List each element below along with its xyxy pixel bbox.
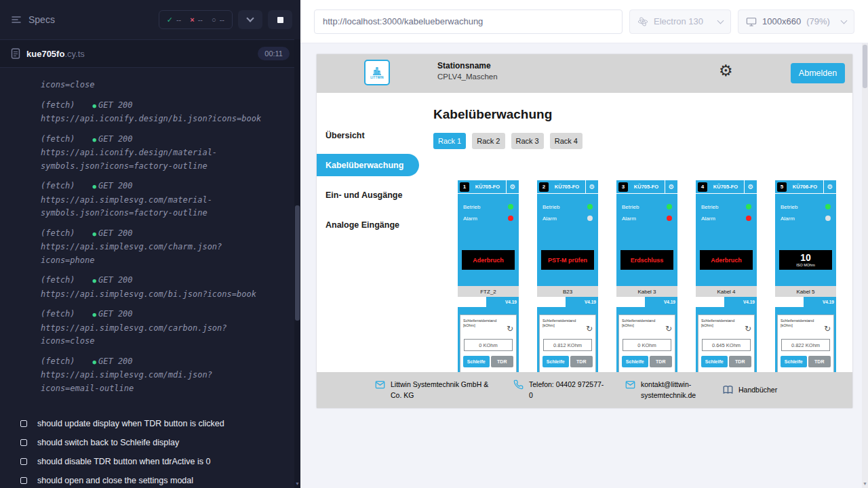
sidebar-item-uebersicht[interactable]: Übersicht bbox=[317, 124, 419, 146]
network-log-entry[interactable]: (fetch) ● GET 200 https://api.iconify.de… bbox=[41, 133, 269, 174]
page-scrollbar-thumb[interactable] bbox=[863, 45, 867, 88]
browser-selector[interactable]: Electron 130 bbox=[629, 9, 731, 34]
app-under-test: LITTWIN Stationsname CPLV4_Maschen ⚙ Abm… bbox=[317, 54, 852, 408]
device-card-header: 2 KÜ705-FO ⚙ bbox=[537, 180, 598, 194]
viewport-selector[interactable]: 1000x660 (79%) bbox=[738, 9, 854, 34]
test-item[interactable]: should disable TDR button when tdrActive… bbox=[20, 452, 292, 471]
meter-value: 0 KOhm bbox=[623, 339, 671, 351]
device-settings-button[interactable]: ⚙ bbox=[506, 180, 519, 193]
refresh-icon[interactable]: ↻ bbox=[665, 325, 672, 333]
tdr-button[interactable]: TDR bbox=[729, 356, 751, 367]
tdr-button[interactable]: TDR bbox=[570, 356, 593, 367]
station-info: Stationsname CPLV4_Maschen bbox=[437, 61, 498, 81]
device-settings-button[interactable]: ⚙ bbox=[744, 180, 757, 193]
logout-button[interactable]: Abmelden bbox=[791, 63, 845, 83]
sidebar-item-analoge-eingaenge[interactable]: Analoge Eingänge bbox=[317, 214, 419, 236]
logo-mark-icon bbox=[372, 66, 382, 75]
tab-rack-1[interactable]: Rack 1 bbox=[433, 133, 466, 149]
footer-email[interactable]: kontakt@littwin-systemtechnik.de bbox=[625, 380, 705, 400]
alarm-label: Alarm bbox=[542, 216, 557, 222]
tdr-button[interactable]: TDR bbox=[808, 356, 831, 367]
runner-scrollbar[interactable]: ▼ bbox=[294, 39, 300, 488]
status-dot-icon: ● bbox=[93, 356, 96, 369]
device-model: KÜ705-FO bbox=[628, 184, 665, 190]
device-settings-button[interactable]: ⚙ bbox=[585, 180, 598, 193]
network-log-entry[interactable]: (fetch) ● GET 200 https://api.iconify.de… bbox=[41, 99, 269, 126]
stop-tests-button[interactable] bbox=[268, 10, 292, 29]
schleife-button[interactable]: Schleife bbox=[701, 356, 728, 367]
meter-label: Schleifenwiderstand [kOhm] bbox=[622, 319, 672, 328]
log-status: GET 200 bbox=[98, 227, 133, 241]
spec-file-row[interactable]: kue705fo.cy.ts 00:11 bbox=[0, 39, 300, 68]
status-text: Erdschluss bbox=[631, 257, 664, 264]
specs-menu-icon[interactable] bbox=[11, 14, 22, 25]
tab-rack-3[interactable]: Rack 3 bbox=[511, 133, 544, 149]
log-event-type: (fetch) bbox=[41, 180, 75, 193]
network-log-entry[interactable]: (fetch) ● GET 200 https://api.simplesvg.… bbox=[41, 180, 269, 220]
test-item[interactable]: should switch back to Schleife display bbox=[20, 433, 292, 452]
led-panel: Betrieb Alarm bbox=[775, 194, 836, 222]
schleife-button[interactable]: Schleife bbox=[622, 356, 648, 367]
refresh-icon[interactable]: ↻ bbox=[586, 325, 593, 333]
version-row: V4.19 bbox=[458, 297, 519, 307]
refresh-icon[interactable]: ↻ bbox=[745, 325, 751, 333]
network-log-entry[interactable]: (fetch) ● GET 200 https://api.simplesvg.… bbox=[41, 355, 269, 396]
schleife-button[interactable]: Schleife bbox=[542, 356, 569, 367]
chevron-down-icon bbox=[246, 14, 254, 22]
url-bar bbox=[314, 9, 623, 34]
log-event-type: (fetch) bbox=[41, 274, 75, 287]
test-title: should switch back to Schleife display bbox=[37, 438, 179, 447]
network-log-entry[interactable]: (fetch) ● GET 200 https://api.simplesvg.… bbox=[41, 274, 269, 301]
alarm-led-icon bbox=[746, 216, 751, 221]
scroll-down-arrow-icon[interactable]: ▼ bbox=[294, 481, 300, 486]
viewport-size: 1000x660 bbox=[762, 16, 801, 26]
log-event-type: (fetch) bbox=[41, 133, 75, 146]
url-input[interactable] bbox=[323, 16, 614, 26]
test-list: should update display when TDR button is… bbox=[0, 406, 300, 488]
test-checkbox-icon bbox=[20, 477, 27, 484]
betrieb-led-icon bbox=[667, 204, 672, 209]
indicator-box bbox=[537, 297, 566, 307]
betrieb-led-icon bbox=[587, 204, 593, 209]
device-settings-button[interactable]: ⚙ bbox=[823, 180, 836, 193]
stat-pending: ○-- bbox=[212, 16, 224, 24]
status-dot-icon: ● bbox=[93, 100, 96, 113]
network-log-entry[interactable]: icons=close bbox=[41, 79, 269, 92]
device-number: 1 bbox=[460, 182, 469, 192]
device-model: KÜ705-FO bbox=[549, 184, 585, 190]
cable-name: B23 bbox=[537, 286, 598, 297]
refresh-icon[interactable]: ↻ bbox=[824, 325, 831, 333]
littwin-logo: LITTWIN bbox=[364, 60, 390, 85]
footer-phone[interactable]: Telefon: 04402 972577-0 bbox=[513, 380, 608, 400]
collapse-runner-button[interactable] bbox=[238, 10, 262, 29]
test-item[interactable]: should update display when TDR button is… bbox=[20, 414, 292, 433]
test-title: should open and close the settings modal bbox=[37, 476, 193, 485]
meter-value: 0.812 KOhm bbox=[543, 339, 592, 351]
schleife-button[interactable]: Schleife bbox=[781, 356, 807, 367]
sidebar-item-ein-und-ausgaenge[interactable]: Ein- und Ausgänge bbox=[317, 184, 419, 206]
tab-rack-4[interactable]: Rack 4 bbox=[550, 133, 583, 149]
network-log-entry[interactable]: (fetch) ● GET 200 https://api.simplesvg.… bbox=[41, 308, 269, 348]
settings-button[interactable]: ⚙ bbox=[719, 63, 733, 79]
test-item[interactable]: should open and close the settings modal bbox=[20, 471, 292, 488]
scroll-down-arrow-icon[interactable]: ▼ bbox=[862, 481, 868, 486]
meter-label: Schleifenwiderstand [kOhm] bbox=[463, 319, 513, 328]
runner-scrollbar-thumb[interactable] bbox=[295, 205, 300, 321]
tdr-button[interactable]: TDR bbox=[491, 356, 513, 367]
schleife-button[interactable]: Schleife bbox=[463, 356, 490, 367]
device-settings-button[interactable]: ⚙ bbox=[665, 180, 677, 193]
device-number: 4 bbox=[698, 182, 707, 192]
specs-label[interactable]: Specs bbox=[28, 14, 55, 25]
refresh-icon[interactable]: ↻ bbox=[507, 325, 513, 333]
tab-rack-2[interactable]: Rack 2 bbox=[472, 133, 505, 149]
footer-manuals[interactable]: Handbücher bbox=[723, 385, 777, 395]
book-icon bbox=[723, 385, 733, 395]
station-label: Stationsname bbox=[437, 61, 498, 70]
alarm-led-icon bbox=[508, 216, 513, 221]
sidebar-item-kabelueberwachung[interactable]: Kabelüberwachung bbox=[317, 154, 419, 176]
network-log-entry[interactable]: (fetch) ● GET 200 https://api.simplesvg.… bbox=[41, 227, 269, 268]
betrieb-label: Betrieb bbox=[542, 204, 559, 210]
alarm-label: Alarm bbox=[622, 216, 636, 222]
tdr-button[interactable]: TDR bbox=[650, 356, 672, 367]
page-scrollbar[interactable]: ▼ bbox=[862, 43, 868, 488]
